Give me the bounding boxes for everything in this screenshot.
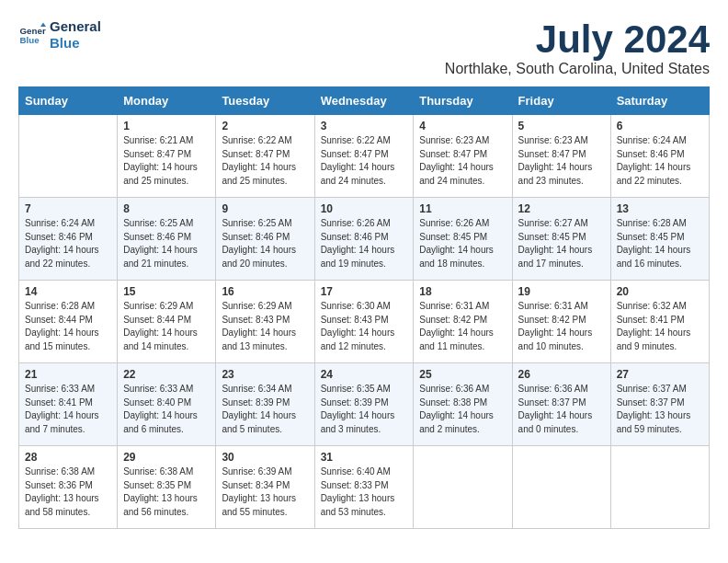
calendar-cell: 22Sunrise: 6:33 AM Sunset: 8:40 PM Dayli…	[118, 363, 216, 446]
calendar-cell: 31Sunrise: 6:40 AM Sunset: 8:33 PM Dayli…	[314, 446, 414, 529]
day-info: Sunrise: 6:22 AM Sunset: 8:47 PM Dayligh…	[222, 134, 308, 188]
day-number: 3	[321, 120, 408, 132]
logo: General Blue General Blue	[18, 18, 101, 52]
day-number: 4	[419, 120, 506, 132]
day-number: 20	[617, 285, 703, 298]
day-number: 28	[25, 451, 111, 464]
calendar-cell: 24Sunrise: 6:35 AM Sunset: 8:39 PM Dayli…	[314, 363, 414, 446]
day-info: Sunrise: 6:23 AM Sunset: 8:47 PM Dayligh…	[419, 134, 506, 188]
calendar-cell: 23Sunrise: 6:34 AM Sunset: 8:39 PM Dayli…	[216, 363, 314, 446]
title-area: July 2024 Northlake, South Carolina, Uni…	[445, 18, 710, 77]
calendar-table: SundayMondayTuesdayWednesdayThursdayFrid…	[18, 86, 710, 529]
calendar-cell: 8Sunrise: 6:25 AM Sunset: 8:46 PM Daylig…	[118, 198, 216, 281]
header: General Blue General Blue July 2024 Nort…	[18, 18, 710, 77]
day-info: Sunrise: 6:32 AM Sunset: 8:41 PM Dayligh…	[617, 300, 703, 353]
day-info: Sunrise: 6:30 AM Sunset: 8:43 PM Dayligh…	[321, 300, 408, 353]
day-number: 13	[617, 202, 703, 215]
calendar-cell: 2Sunrise: 6:22 AM Sunset: 8:47 PM Daylig…	[216, 115, 314, 198]
logo-icon: General Blue	[18, 21, 46, 49]
day-number: 16	[222, 285, 308, 298]
day-number: 5	[518, 120, 605, 132]
day-number: 24	[321, 368, 408, 381]
header-sunday: Sunday	[19, 87, 118, 115]
day-number: 30	[222, 451, 308, 464]
calendar-cell: 29Sunrise: 6:38 AM Sunset: 8:35 PM Dayli…	[118, 446, 216, 529]
logo-general: General	[50, 18, 101, 34]
day-info: Sunrise: 6:26 AM Sunset: 8:45 PM Dayligh…	[419, 217, 506, 270]
day-number: 6	[617, 120, 703, 132]
day-number: 21	[25, 368, 111, 381]
day-number: 17	[321, 285, 408, 298]
day-number: 22	[123, 368, 210, 381]
calendar-cell: 28Sunrise: 6:38 AM Sunset: 8:36 PM Dayli…	[19, 446, 118, 529]
calendar-cell: 9Sunrise: 6:25 AM Sunset: 8:46 PM Daylig…	[216, 198, 314, 281]
day-info: Sunrise: 6:37 AM Sunset: 8:37 PM Dayligh…	[617, 383, 703, 436]
day-info: Sunrise: 6:27 AM Sunset: 8:45 PM Dayligh…	[518, 217, 605, 270]
day-info: Sunrise: 6:31 AM Sunset: 8:42 PM Dayligh…	[518, 300, 605, 353]
day-number: 26	[518, 368, 605, 381]
calendar-cell: 7Sunrise: 6:24 AM Sunset: 8:46 PM Daylig…	[19, 198, 118, 281]
svg-text:Blue: Blue	[20, 35, 40, 45]
day-info: Sunrise: 6:36 AM Sunset: 8:37 PM Dayligh…	[518, 383, 605, 436]
day-number: 8	[123, 202, 210, 215]
day-number: 19	[518, 285, 605, 298]
month-title: July 2024	[445, 18, 710, 61]
header-thursday: Thursday	[414, 87, 512, 115]
svg-marker-2	[40, 23, 46, 28]
calendar-cell	[512, 446, 610, 529]
day-info: Sunrise: 6:33 AM Sunset: 8:41 PM Dayligh…	[25, 383, 111, 436]
day-info: Sunrise: 6:26 AM Sunset: 8:46 PM Dayligh…	[321, 217, 408, 270]
calendar-cell: 27Sunrise: 6:37 AM Sunset: 8:37 PM Dayli…	[610, 363, 709, 446]
calendar-week-row: 7Sunrise: 6:24 AM Sunset: 8:46 PM Daylig…	[19, 198, 710, 281]
day-info: Sunrise: 6:28 AM Sunset: 8:45 PM Dayligh…	[617, 217, 703, 270]
day-number: 23	[222, 368, 308, 381]
calendar-cell: 20Sunrise: 6:32 AM Sunset: 8:41 PM Dayli…	[610, 281, 709, 363]
logo-blue: Blue	[50, 35, 80, 51]
calendar-cell: 13Sunrise: 6:28 AM Sunset: 8:45 PM Dayli…	[610, 198, 709, 281]
day-info: Sunrise: 6:24 AM Sunset: 8:46 PM Dayligh…	[617, 134, 703, 188]
calendar-cell: 5Sunrise: 6:23 AM Sunset: 8:47 PM Daylig…	[512, 115, 610, 198]
day-number: 2	[222, 120, 308, 132]
header-monday: Monday	[118, 87, 216, 115]
calendar-cell	[610, 446, 709, 529]
calendar-week-row: 21Sunrise: 6:33 AM Sunset: 8:41 PM Dayli…	[19, 363, 710, 446]
day-info: Sunrise: 6:24 AM Sunset: 8:46 PM Dayligh…	[25, 217, 111, 270]
calendar-week-row: 28Sunrise: 6:38 AM Sunset: 8:36 PM Dayli…	[19, 446, 710, 529]
calendar-week-row: 14Sunrise: 6:28 AM Sunset: 8:44 PM Dayli…	[19, 281, 710, 363]
header-friday: Friday	[512, 87, 610, 115]
calendar-week-row: 1Sunrise: 6:21 AM Sunset: 8:47 PM Daylig…	[19, 115, 710, 198]
day-number: 9	[222, 202, 308, 215]
svg-text:General: General	[20, 26, 47, 36]
calendar-cell: 11Sunrise: 6:26 AM Sunset: 8:45 PM Dayli…	[414, 198, 512, 281]
day-number: 25	[419, 368, 506, 381]
calendar-cell: 26Sunrise: 6:36 AM Sunset: 8:37 PM Dayli…	[512, 363, 610, 446]
day-number: 29	[123, 451, 210, 464]
calendar-header-row: SundayMondayTuesdayWednesdayThursdayFrid…	[19, 87, 710, 115]
calendar-cell: 21Sunrise: 6:33 AM Sunset: 8:41 PM Dayli…	[19, 363, 118, 446]
day-info: Sunrise: 6:29 AM Sunset: 8:44 PM Dayligh…	[123, 300, 210, 353]
header-saturday: Saturday	[610, 87, 709, 115]
day-info: Sunrise: 6:39 AM Sunset: 8:34 PM Dayligh…	[222, 465, 308, 519]
calendar-cell: 17Sunrise: 6:30 AM Sunset: 8:43 PM Dayli…	[314, 281, 414, 363]
header-tuesday: Tuesday	[216, 87, 314, 115]
location-title: Northlake, South Carolina, United States	[445, 61, 710, 77]
day-info: Sunrise: 6:25 AM Sunset: 8:46 PM Dayligh…	[123, 217, 210, 270]
day-info: Sunrise: 6:35 AM Sunset: 8:39 PM Dayligh…	[321, 383, 408, 436]
day-info: Sunrise: 6:38 AM Sunset: 8:36 PM Dayligh…	[25, 465, 111, 519]
day-number: 31	[321, 451, 408, 464]
day-number: 10	[321, 202, 408, 215]
day-number: 7	[25, 202, 111, 215]
calendar-cell: 14Sunrise: 6:28 AM Sunset: 8:44 PM Dayli…	[19, 281, 118, 363]
day-info: Sunrise: 6:22 AM Sunset: 8:47 PM Dayligh…	[321, 134, 408, 188]
day-info: Sunrise: 6:23 AM Sunset: 8:47 PM Dayligh…	[518, 134, 605, 188]
calendar-cell: 1Sunrise: 6:21 AM Sunset: 8:47 PM Daylig…	[118, 115, 216, 198]
day-number: 11	[419, 202, 506, 215]
calendar-cell: 10Sunrise: 6:26 AM Sunset: 8:46 PM Dayli…	[314, 198, 414, 281]
day-number: 27	[617, 368, 703, 381]
logo-text: General Blue	[50, 18, 101, 52]
day-number: 1	[123, 120, 210, 132]
calendar-cell: 4Sunrise: 6:23 AM Sunset: 8:47 PM Daylig…	[414, 115, 512, 198]
day-info: Sunrise: 6:34 AM Sunset: 8:39 PM Dayligh…	[222, 383, 308, 436]
day-info: Sunrise: 6:36 AM Sunset: 8:38 PM Dayligh…	[419, 383, 506, 436]
calendar-cell: 3Sunrise: 6:22 AM Sunset: 8:47 PM Daylig…	[314, 115, 414, 198]
